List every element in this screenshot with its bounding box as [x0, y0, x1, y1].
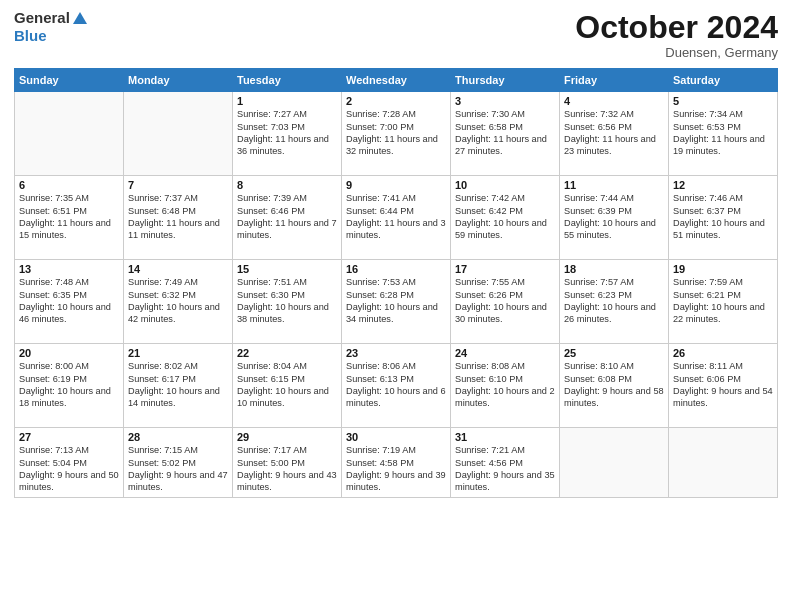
page: General Blue October 2024 Duensen, Germa…: [0, 0, 792, 612]
day-number: 26: [673, 347, 773, 359]
calendar-cell: 3Sunrise: 7:30 AM Sunset: 6:58 PM Daylig…: [451, 92, 560, 176]
calendar-day-header: Thursday: [451, 69, 560, 92]
calendar-cell: 10Sunrise: 7:42 AM Sunset: 6:42 PM Dayli…: [451, 176, 560, 260]
day-number: 16: [346, 263, 446, 275]
day-number: 9: [346, 179, 446, 191]
calendar-cell: 19Sunrise: 7:59 AM Sunset: 6:21 PM Dayli…: [669, 260, 778, 344]
calendar-cell: 25Sunrise: 8:10 AM Sunset: 6:08 PM Dayli…: [560, 344, 669, 428]
day-number: 21: [128, 347, 228, 359]
day-number: 14: [128, 263, 228, 275]
day-info: Sunrise: 7:57 AM Sunset: 6:23 PM Dayligh…: [564, 276, 664, 326]
day-info: Sunrise: 7:49 AM Sunset: 6:32 PM Dayligh…: [128, 276, 228, 326]
day-number: 24: [455, 347, 555, 359]
calendar-day-header: Monday: [124, 69, 233, 92]
day-info: Sunrise: 7:48 AM Sunset: 6:35 PM Dayligh…: [19, 276, 119, 326]
logo-blue: Blue: [14, 28, 89, 45]
calendar-table: SundayMondayTuesdayWednesdayThursdayFrid…: [14, 68, 778, 498]
day-number: 30: [346, 431, 446, 443]
day-info: Sunrise: 7:39 AM Sunset: 6:46 PM Dayligh…: [237, 192, 337, 242]
calendar-cell: 16Sunrise: 7:53 AM Sunset: 6:28 PM Dayli…: [342, 260, 451, 344]
day-info: Sunrise: 8:11 AM Sunset: 6:06 PM Dayligh…: [673, 360, 773, 410]
day-info: Sunrise: 7:37 AM Sunset: 6:48 PM Dayligh…: [128, 192, 228, 242]
calendar-cell: 22Sunrise: 8:04 AM Sunset: 6:15 PM Dayli…: [233, 344, 342, 428]
logo-icon: [71, 10, 89, 28]
day-number: 2: [346, 95, 446, 107]
calendar-cell: 15Sunrise: 7:51 AM Sunset: 6:30 PM Dayli…: [233, 260, 342, 344]
day-info: Sunrise: 7:51 AM Sunset: 6:30 PM Dayligh…: [237, 276, 337, 326]
day-info: Sunrise: 8:02 AM Sunset: 6:17 PM Dayligh…: [128, 360, 228, 410]
calendar-header-row: SundayMondayTuesdayWednesdayThursdayFrid…: [15, 69, 778, 92]
calendar-cell: 18Sunrise: 7:57 AM Sunset: 6:23 PM Dayli…: [560, 260, 669, 344]
day-info: Sunrise: 8:06 AM Sunset: 6:13 PM Dayligh…: [346, 360, 446, 410]
calendar-cell: 6Sunrise: 7:35 AM Sunset: 6:51 PM Daylig…: [15, 176, 124, 260]
calendar-cell: 5Sunrise: 7:34 AM Sunset: 6:53 PM Daylig…: [669, 92, 778, 176]
day-number: 4: [564, 95, 664, 107]
day-number: 11: [564, 179, 664, 191]
day-info: Sunrise: 8:08 AM Sunset: 6:10 PM Dayligh…: [455, 360, 555, 410]
calendar-cell: 11Sunrise: 7:44 AM Sunset: 6:39 PM Dayli…: [560, 176, 669, 260]
day-number: 18: [564, 263, 664, 275]
month-title: October 2024: [575, 10, 778, 45]
calendar-week-row: 6Sunrise: 7:35 AM Sunset: 6:51 PM Daylig…: [15, 176, 778, 260]
calendar-cell: 28Sunrise: 7:15 AM Sunset: 5:02 PM Dayli…: [124, 428, 233, 498]
day-number: 17: [455, 263, 555, 275]
calendar-day-header: Friday: [560, 69, 669, 92]
calendar-cell: 24Sunrise: 8:08 AM Sunset: 6:10 PM Dayli…: [451, 344, 560, 428]
day-number: 10: [455, 179, 555, 191]
day-info: Sunrise: 8:00 AM Sunset: 6:19 PM Dayligh…: [19, 360, 119, 410]
calendar-cell: 4Sunrise: 7:32 AM Sunset: 6:56 PM Daylig…: [560, 92, 669, 176]
calendar-cell: 7Sunrise: 7:37 AM Sunset: 6:48 PM Daylig…: [124, 176, 233, 260]
calendar-cell: 14Sunrise: 7:49 AM Sunset: 6:32 PM Dayli…: [124, 260, 233, 344]
day-number: 27: [19, 431, 119, 443]
calendar-cell: 29Sunrise: 7:17 AM Sunset: 5:00 PM Dayli…: [233, 428, 342, 498]
day-number: 12: [673, 179, 773, 191]
day-info: Sunrise: 7:34 AM Sunset: 6:53 PM Dayligh…: [673, 108, 773, 158]
day-info: Sunrise: 7:46 AM Sunset: 6:37 PM Dayligh…: [673, 192, 773, 242]
calendar-cell: 13Sunrise: 7:48 AM Sunset: 6:35 PM Dayli…: [15, 260, 124, 344]
calendar-cell: 17Sunrise: 7:55 AM Sunset: 6:26 PM Dayli…: [451, 260, 560, 344]
calendar-day-header: Wednesday: [342, 69, 451, 92]
calendar-cell: [124, 92, 233, 176]
title-block: October 2024 Duensen, Germany: [575, 10, 778, 60]
calendar-cell: 21Sunrise: 8:02 AM Sunset: 6:17 PM Dayli…: [124, 344, 233, 428]
day-number: 22: [237, 347, 337, 359]
day-number: 15: [237, 263, 337, 275]
svg-marker-0: [73, 12, 87, 24]
calendar-body: 1Sunrise: 7:27 AM Sunset: 7:03 PM Daylig…: [15, 92, 778, 498]
calendar-week-row: 13Sunrise: 7:48 AM Sunset: 6:35 PM Dayli…: [15, 260, 778, 344]
day-number: 23: [346, 347, 446, 359]
header: General Blue October 2024 Duensen, Germa…: [14, 10, 778, 60]
calendar-week-row: 1Sunrise: 7:27 AM Sunset: 7:03 PM Daylig…: [15, 92, 778, 176]
day-number: 8: [237, 179, 337, 191]
calendar-day-header: Tuesday: [233, 69, 342, 92]
day-number: 7: [128, 179, 228, 191]
calendar-day-header: Saturday: [669, 69, 778, 92]
logo-text: General: [14, 10, 89, 28]
calendar-week-row: 27Sunrise: 7:13 AM Sunset: 5:04 PM Dayli…: [15, 428, 778, 498]
day-info: Sunrise: 7:19 AM Sunset: 4:58 PM Dayligh…: [346, 444, 446, 494]
day-info: Sunrise: 7:32 AM Sunset: 6:56 PM Dayligh…: [564, 108, 664, 158]
calendar-day-header: Sunday: [15, 69, 124, 92]
day-number: 29: [237, 431, 337, 443]
day-info: Sunrise: 7:27 AM Sunset: 7:03 PM Dayligh…: [237, 108, 337, 158]
day-info: Sunrise: 8:04 AM Sunset: 6:15 PM Dayligh…: [237, 360, 337, 410]
day-info: Sunrise: 7:44 AM Sunset: 6:39 PM Dayligh…: [564, 192, 664, 242]
day-info: Sunrise: 7:28 AM Sunset: 7:00 PM Dayligh…: [346, 108, 446, 158]
day-info: Sunrise: 8:10 AM Sunset: 6:08 PM Dayligh…: [564, 360, 664, 410]
calendar-cell: 1Sunrise: 7:27 AM Sunset: 7:03 PM Daylig…: [233, 92, 342, 176]
day-info: Sunrise: 7:53 AM Sunset: 6:28 PM Dayligh…: [346, 276, 446, 326]
calendar-cell: [560, 428, 669, 498]
day-info: Sunrise: 7:21 AM Sunset: 4:56 PM Dayligh…: [455, 444, 555, 494]
day-info: Sunrise: 7:15 AM Sunset: 5:02 PM Dayligh…: [128, 444, 228, 494]
day-number: 1: [237, 95, 337, 107]
calendar-cell: 31Sunrise: 7:21 AM Sunset: 4:56 PM Dayli…: [451, 428, 560, 498]
day-number: 25: [564, 347, 664, 359]
calendar-cell: 20Sunrise: 8:00 AM Sunset: 6:19 PM Dayli…: [15, 344, 124, 428]
day-info: Sunrise: 7:59 AM Sunset: 6:21 PM Dayligh…: [673, 276, 773, 326]
day-number: 20: [19, 347, 119, 359]
calendar-cell: 26Sunrise: 8:11 AM Sunset: 6:06 PM Dayli…: [669, 344, 778, 428]
calendar-cell: 30Sunrise: 7:19 AM Sunset: 4:58 PM Dayli…: [342, 428, 451, 498]
day-info: Sunrise: 7:35 AM Sunset: 6:51 PM Dayligh…: [19, 192, 119, 242]
day-number: 28: [128, 431, 228, 443]
calendar-cell: 23Sunrise: 8:06 AM Sunset: 6:13 PM Dayli…: [342, 344, 451, 428]
